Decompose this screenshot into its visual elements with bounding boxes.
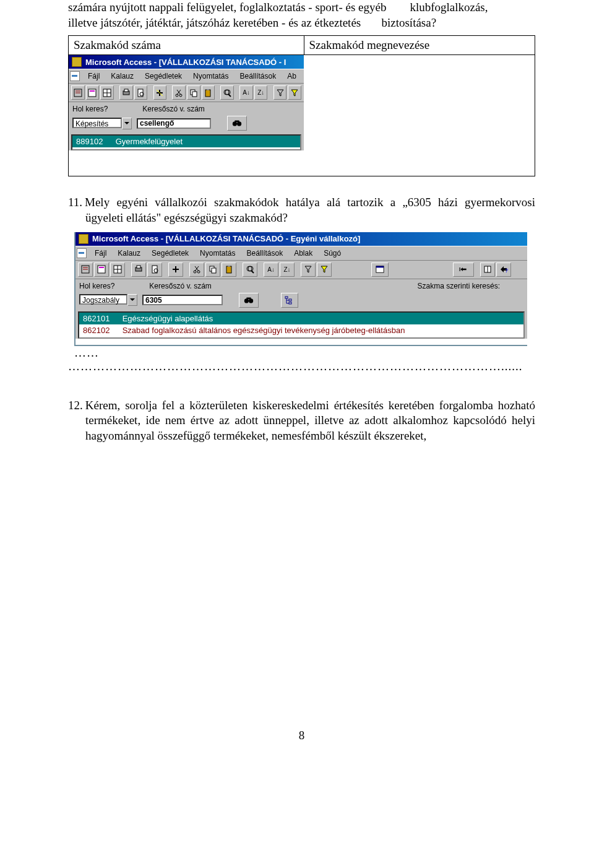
menu-item[interactable]: Ab xyxy=(282,71,302,82)
search-row-2: Hol keres? Keresőszó v. szám Szakma szer… xyxy=(75,279,527,293)
intro-l1b: klubfoglalkozás, xyxy=(410,1,488,14)
binocular-search-button[interactable] xyxy=(239,293,259,308)
tb-design-icon[interactable] xyxy=(71,85,85,100)
tb-copy-icon[interactable] xyxy=(205,263,220,277)
menu-item[interactable]: Súgó xyxy=(318,248,346,259)
menu-item[interactable]: Ablak xyxy=(288,248,318,259)
tb-sort-desc-icon[interactable]: Z↓ xyxy=(254,85,268,100)
chevron-down-icon[interactable] xyxy=(122,118,132,129)
q12-text: Kérem, sorolja fel a közterületen kisker… xyxy=(85,399,535,442)
tb-filter-icon[interactable] xyxy=(301,263,316,277)
svg-rect-15 xyxy=(207,89,209,90)
svg-rect-51 xyxy=(289,302,291,304)
tb-cut-icon[interactable] xyxy=(189,263,204,277)
tb-filter2-icon[interactable] xyxy=(317,263,332,277)
screenshot-2-frame: Microsoft Access - [VÁLLALKOZÁSI TANÁCSA… xyxy=(74,232,527,346)
tb-nav-icon[interactable] xyxy=(453,263,474,277)
svg-line-40 xyxy=(251,271,254,273)
title-2: Microsoft Access - [VÁLLALKOZÁSI TANÁCSA… xyxy=(92,234,360,243)
svg-rect-48 xyxy=(246,297,251,299)
tb-find-icon[interactable] xyxy=(243,263,257,277)
app-icon xyxy=(77,248,87,258)
menu-item[interactable]: Segédletek xyxy=(146,248,194,259)
binocular-search-button[interactable] xyxy=(227,116,247,131)
tree-button[interactable] xyxy=(281,293,298,308)
search-row-2b: Jogszabály xyxy=(75,293,527,310)
result-text: Gyermekfelügyelet xyxy=(116,137,183,146)
svg-rect-35 xyxy=(212,268,216,273)
hol-combo[interactable]: Képesítés xyxy=(72,118,132,129)
menu-item[interactable]: Kalauz xyxy=(112,248,146,259)
menu-item[interactable]: Kalauz xyxy=(105,71,139,82)
menu-item[interactable]: Beállítások xyxy=(234,71,282,82)
svg-rect-24 xyxy=(99,267,104,268)
keresoszo-input[interactable] xyxy=(137,118,211,129)
result-row-selected[interactable]: 862101 Egészségügyi alapellátás xyxy=(79,313,523,324)
toolbar-2: A↓ Z↓ ? xyxy=(75,261,527,279)
menu-item[interactable]: Nyomtatás xyxy=(194,248,241,259)
tb-cut-icon[interactable] xyxy=(172,85,186,100)
tb-help-icon[interactable]: ? xyxy=(496,263,511,277)
svg-rect-37 xyxy=(228,266,230,267)
q11-num: 11. xyxy=(68,196,85,209)
tb-print-icon[interactable] xyxy=(131,263,146,277)
search-row-1: Hol keres? Keresőszó v. szám xyxy=(69,102,304,116)
svg-point-19 xyxy=(233,122,237,126)
tb-new-icon[interactable] xyxy=(153,85,167,100)
intro-para: számára nyújtott nappali felügyelet, fog… xyxy=(68,0,535,30)
tb-paste-icon[interactable] xyxy=(222,263,236,277)
tb-window-icon[interactable] xyxy=(371,263,389,277)
keresoszo-input-2[interactable] xyxy=(142,295,223,305)
tb-sort-asc-icon[interactable]: A↓ xyxy=(239,85,253,100)
svg-text:?: ? xyxy=(505,267,508,274)
svg-point-17 xyxy=(225,90,230,95)
tb-preview-icon[interactable] xyxy=(134,85,148,100)
tb-table-icon[interactable] xyxy=(100,85,114,100)
tb-sort-desc-icon[interactable]: Z↓ xyxy=(280,263,295,277)
titlebar-1[interactable]: Microsoft Access - [VÁLLALKOZÁSI TANÁCSA… xyxy=(69,55,304,69)
menu-item[interactable]: Beállítások xyxy=(241,248,288,259)
svg-rect-42 xyxy=(376,266,384,268)
tb-design-icon[interactable] xyxy=(78,263,93,277)
tb-print-icon[interactable] xyxy=(119,85,133,100)
result-code: 862101 xyxy=(83,314,120,323)
tb-sort-asc-icon[interactable]: A↓ xyxy=(264,263,278,277)
menubar-2[interactable]: Fájl Kalauz Segédletek Nyomtatás Beállít… xyxy=(75,246,527,261)
page-number: 8 xyxy=(68,729,535,742)
dots-short: …… xyxy=(74,346,535,360)
menubar-1[interactable]: Fájl Kalauz Segédletek Nyomtatás Beállít… xyxy=(69,69,304,84)
menu-item[interactable]: Fájl xyxy=(89,248,112,259)
result-row[interactable]: 862102 Szabad foglalkozású általános egé… xyxy=(79,324,523,336)
tb-filter-icon[interactable] xyxy=(273,85,287,100)
svg-rect-7 xyxy=(124,89,128,92)
hol-combo-2[interactable]: Jogszabály xyxy=(79,294,137,306)
tb-form-icon[interactable] xyxy=(86,85,100,100)
menu-item[interactable]: Fájl xyxy=(82,71,105,82)
tb-form-icon[interactable] xyxy=(94,263,109,277)
result-text: Egészségügyi alapellátás xyxy=(123,314,213,323)
q11-text: Mely egyéni vállalkozói szakmakódok hatá… xyxy=(85,196,535,224)
tb-book-icon[interactable] xyxy=(480,263,495,277)
tb-new-icon[interactable] xyxy=(168,263,183,277)
q12-num: 12. xyxy=(68,399,85,412)
tb-preview-icon[interactable] xyxy=(147,263,162,277)
hol-label: Hol keres? xyxy=(72,105,108,113)
key-icon xyxy=(72,57,82,67)
hol-value[interactable]: Képesítés xyxy=(72,118,122,128)
svg-rect-14 xyxy=(205,90,210,97)
hol-value-2[interactable]: Jogszabály xyxy=(79,294,127,305)
tb-table-icon[interactable] xyxy=(110,263,125,277)
tb-find-icon[interactable] xyxy=(220,85,234,100)
tb-filter2-icon[interactable] xyxy=(288,85,301,100)
tb-copy-icon[interactable] xyxy=(187,85,200,100)
chevron-down-icon[interactable] xyxy=(127,294,137,306)
tb-paste-icon[interactable] xyxy=(202,85,215,100)
result-row-selected[interactable]: 889102 Gyermekfelügyelet xyxy=(72,136,300,147)
hol-label-2: Hol keres? xyxy=(79,282,114,290)
titlebar-2[interactable]: Microsoft Access - [VÁLLALKOZÁSI TANÁCSA… xyxy=(75,232,527,246)
menu-item[interactable]: Nyomtatás xyxy=(187,71,234,82)
szakma-label: Szakma szerinti keresés: xyxy=(418,282,500,290)
menu-item[interactable]: Segédletek xyxy=(139,71,187,82)
svg-rect-13 xyxy=(192,92,197,97)
svg-rect-29 xyxy=(137,266,140,268)
